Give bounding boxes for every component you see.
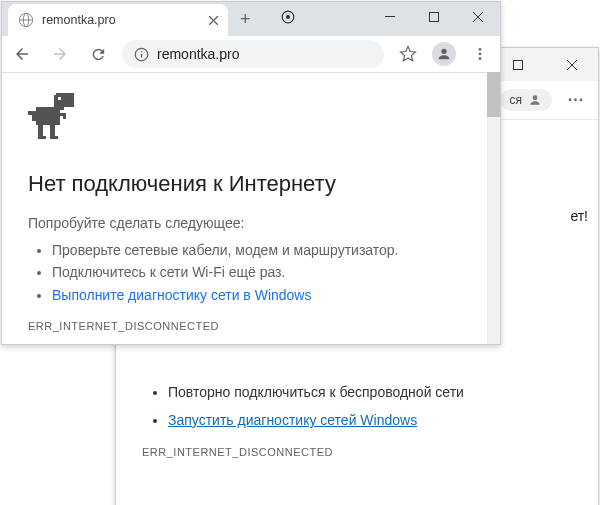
svg-rect-30 (60, 113, 66, 116)
list-item: Подключитесь к сети Wi-Fi ещё раз. (52, 261, 474, 283)
extension-icon[interactable] (263, 10, 313, 28)
list-item: Запустить диагностику сетей Windows (168, 406, 578, 434)
svg-point-19 (441, 49, 446, 54)
list-item: Проверьте сетевые кабели, модем и маршру… (52, 239, 474, 261)
browser-tab[interactable]: remontka.pro (8, 4, 228, 36)
list-item: Повторно подключиться к беспроводной сет… (168, 378, 578, 406)
dino-icon[interactable] (28, 93, 474, 147)
svg-point-4 (533, 95, 538, 100)
svg-rect-27 (36, 107, 60, 125)
diagnostics-link[interactable]: Запустить диагностику сетей Windows (168, 412, 417, 428)
svg-rect-23 (54, 93, 74, 107)
scrollbar[interactable] (487, 72, 500, 344)
svg-rect-24 (54, 93, 56, 95)
list-item: Выполните диагностику сети в Windows (52, 284, 474, 306)
diagnostics-link[interactable]: Выполните диагностику сети в Windows (52, 287, 311, 303)
new-tab-button[interactable]: + (228, 2, 263, 36)
maximize-button[interactable] (412, 2, 456, 31)
url-text: remontka.pro (157, 46, 239, 62)
edge-suggestion-list: Повторно подключиться к беспроводной сет… (142, 378, 578, 434)
forward-button[interactable] (46, 40, 74, 68)
close-button[interactable] (550, 51, 594, 79)
error-page-content: Нет подключения к Интернету Попробуйте с… (2, 73, 500, 345)
edge-profile-label: ся (510, 93, 523, 107)
minimize-button[interactable] (368, 2, 412, 31)
profile-button[interactable] (432, 42, 456, 66)
window-controls (368, 2, 500, 31)
tab-close-button[interactable] (209, 12, 218, 28)
svg-rect-25 (58, 97, 61, 100)
menu-button[interactable] (466, 40, 494, 68)
maximize-button[interactable] (496, 51, 540, 79)
edge-profile-pill[interactable]: ся (500, 89, 553, 111)
scrollbar-thumb[interactable] (487, 72, 500, 117)
address-bar[interactable]: remontka.pro (122, 40, 384, 68)
back-button[interactable] (8, 40, 36, 68)
svg-rect-29 (32, 115, 36, 121)
svg-rect-28 (28, 111, 36, 115)
svg-point-18 (141, 50, 143, 52)
globe-icon (18, 12, 34, 28)
error-code: ERR_INTERNET_DISCONNECTED (28, 320, 474, 332)
info-icon (134, 47, 149, 62)
tab-title: remontka.pro (42, 13, 201, 27)
person-icon (528, 93, 542, 107)
svg-rect-33 (43, 136, 46, 139)
close-button[interactable] (456, 2, 500, 31)
edge-menu-button[interactable]: ··· (562, 86, 590, 114)
edge-greeting-fragment: ет! (570, 208, 588, 224)
bookmark-button[interactable] (394, 40, 422, 68)
svg-rect-13 (430, 12, 439, 21)
chrome-toolbar: remontka.pro (2, 36, 500, 73)
svg-point-20 (479, 48, 482, 51)
svg-rect-1 (514, 60, 523, 69)
svg-point-21 (479, 53, 482, 56)
svg-rect-35 (55, 136, 58, 139)
error-subtitle: Попробуйте сделать следующее: (28, 215, 474, 231)
edge-error-code: ERR_INTERNET_DISCONNECTED (142, 446, 578, 458)
svg-rect-32 (38, 125, 43, 139)
reload-button[interactable] (84, 40, 112, 68)
svg-point-11 (285, 15, 289, 19)
svg-rect-31 (63, 116, 66, 119)
chrome-titlebar: remontka.pro + (2, 2, 500, 36)
error-title: Нет подключения к Интернету (28, 171, 474, 197)
svg-rect-34 (50, 125, 55, 139)
suggestion-list: Проверьте сетевые кабели, модем и маршру… (28, 239, 474, 306)
svg-point-22 (479, 57, 482, 60)
chrome-window: remontka.pro + remontka.pro Нет по (1, 1, 501, 345)
